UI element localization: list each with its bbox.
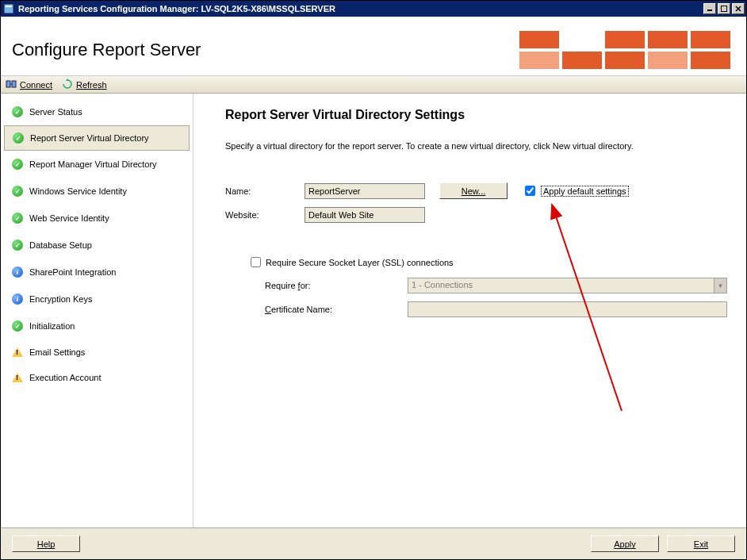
- sidebar-item-label: SharePoint Integration: [29, 267, 116, 277]
- chevron-down-icon: ▼: [714, 278, 726, 293]
- apply-default-label: Apply default settings: [541, 186, 629, 197]
- website-row: Website:: [225, 207, 727, 223]
- window-title: Reporting Services Configuration Manager…: [18, 4, 703, 13]
- check-icon: [12, 159, 23, 170]
- sidebar-item-email-settings[interactable]: Email Settings: [1, 339, 193, 365]
- refresh-icon: [62, 79, 73, 91]
- name-row: Name: New... Apply default settings: [225, 182, 727, 199]
- page-title: Configure Report Server: [12, 40, 201, 60]
- sidebar-item-label: Initialization: [29, 321, 75, 331]
- connect-icon: [6, 79, 17, 91]
- connect-label: Connect: [20, 80, 52, 90]
- main-panel: Report Server Virtual Directory Settings…: [193, 94, 746, 527]
- sidebar-item-web-service-identity[interactable]: Web Service Identity: [1, 205, 193, 232]
- certificate-name-input: [408, 301, 727, 317]
- check-icon: [12, 213, 23, 224]
- body: Server Status Report Server Virtual Dire…: [1, 94, 746, 527]
- maximize-button[interactable]: [718, 3, 730, 14]
- ssl-section: Require Secure Socket Layer (SSL) connec…: [225, 255, 727, 325]
- connect-button[interactable]: Connect: [6, 79, 52, 91]
- sidebar-item-execution-account[interactable]: Execution Account: [1, 365, 193, 390]
- sidebar-item-database-setup[interactable]: Database Setup: [1, 232, 193, 259]
- app-icon: [2, 2, 15, 15]
- warning-icon: [12, 373, 23, 382]
- apply-button[interactable]: Apply: [591, 535, 659, 552]
- sidebar-item-report-manager-vdir[interactable]: Report Manager Virtual Directory: [1, 151, 193, 178]
- website-input[interactable]: [305, 207, 425, 223]
- svg-rect-3: [722, 6, 727, 12]
- check-icon: [12, 240, 23, 251]
- check-icon: [12, 186, 23, 197]
- apply-default-checkbox[interactable]: [525, 186, 535, 196]
- require-ssl-checkbox[interactable]: [251, 257, 261, 267]
- svg-rect-6: [6, 81, 10, 87]
- window-controls: [703, 3, 745, 14]
- sidebar-item-label: Encryption Keys: [29, 294, 92, 304]
- sidebar-item-windows-service-identity[interactable]: Windows Service Identity: [1, 178, 193, 205]
- sidebar-item-label: Report Server Virtual Directory: [30, 133, 149, 143]
- sidebar-item-server-status[interactable]: Server Status: [1, 98, 193, 125]
- sidebar-item-label: Server Status: [29, 107, 82, 117]
- close-button[interactable]: [732, 3, 745, 14]
- require-ssl-label: Require Secure Socket Layer (SSL) connec…: [266, 258, 454, 267]
- help-button[interactable]: Help: [12, 535, 80, 552]
- apply-default-checkbox-wrap[interactable]: Apply default settings: [522, 183, 629, 198]
- main-description: Specify a virtual directory for the repo…: [225, 141, 727, 151]
- refresh-label: Refresh: [76, 80, 107, 90]
- svg-rect-0: [4, 4, 13, 13]
- name-label: Name:: [225, 186, 305, 196]
- app-window: Reporting Services Configuration Manager…: [0, 0, 747, 560]
- main-heading: Report Server Virtual Directory Settings: [225, 108, 727, 122]
- titlebar: Reporting Services Configuration Manager…: [1, 1, 746, 17]
- header: Configure Report Server: [1, 17, 746, 76]
- sidebar-item-label: Database Setup: [29, 240, 92, 250]
- button-bar: Help Apply Exit: [1, 527, 746, 559]
- header-graphic: [519, 31, 730, 69]
- sidebar-item-label: Windows Service Identity: [29, 186, 127, 196]
- require-for-label: Require for:: [265, 281, 408, 290]
- sidebar-item-encryption-keys[interactable]: Encryption Keys: [1, 286, 193, 313]
- require-for-select: 1 - Connections ▼: [408, 278, 727, 293]
- check-icon: [12, 320, 23, 332]
- check-icon: [12, 106, 23, 117]
- warning-icon: [12, 347, 23, 357]
- info-icon: [12, 293, 23, 305]
- new-button[interactable]: New...: [439, 182, 508, 199]
- sidebar-item-report-server-vdir[interactable]: Report Server Virtual Directory: [4, 125, 190, 151]
- svg-rect-1: [6, 6, 12, 7]
- toolbar: Connect Refresh: [1, 76, 746, 94]
- sidebar-item-label: Execution Account: [29, 373, 102, 382]
- exit-button[interactable]: Exit: [667, 535, 735, 552]
- sidebar-item-sharepoint-integration[interactable]: SharePoint Integration: [1, 259, 193, 286]
- sidebar-item-label: Web Service Identity: [29, 213, 109, 223]
- sidebar-item-label: Report Manager Virtual Directory: [29, 159, 157, 169]
- sidebar-item-initialization[interactable]: Initialization: [1, 313, 193, 339]
- svg-rect-7: [12, 81, 16, 87]
- refresh-button[interactable]: Refresh: [62, 79, 107, 91]
- sidebar-item-label: Email Settings: [29, 347, 85, 357]
- minimize-button[interactable]: [703, 3, 716, 14]
- check-icon: [13, 132, 24, 144]
- certificate-name-label: Certificate Name:: [265, 305, 408, 314]
- sidebar: Server Status Report Server Virtual Dire…: [1, 94, 193, 527]
- website-label: Website:: [225, 210, 305, 220]
- info-icon: [12, 267, 23, 278]
- name-input[interactable]: [305, 183, 425, 199]
